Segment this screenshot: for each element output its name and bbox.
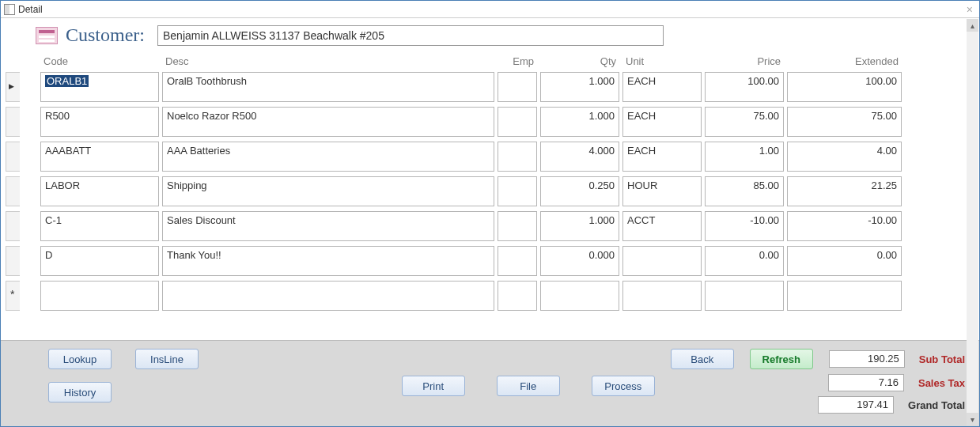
- salestax-value: 7.16: [828, 374, 904, 391]
- window-title: Detail: [18, 4, 43, 15]
- close-icon[interactable]: ×: [963, 3, 976, 16]
- cell-extended[interactable]: [787, 281, 902, 311]
- cell-code[interactable]: R500: [40, 107, 159, 137]
- scroll-up-icon[interactable]: ▴: [967, 19, 978, 32]
- row-gap: [23, 176, 37, 206]
- cell-emp[interactable]: [498, 142, 537, 172]
- cell-code[interactable]: ORALB1: [40, 72, 159, 102]
- cell-desc[interactable]: Thank You!!: [162, 246, 494, 276]
- cell-emp[interactable]: [498, 246, 537, 276]
- cell-extended[interactable]: 100.00: [787, 72, 902, 102]
- row-selector[interactable]: [6, 72, 20, 102]
- cell-code[interactable]: AAABATT: [40, 142, 159, 172]
- cell-unit[interactable]: [622, 281, 702, 311]
- row-selector[interactable]: [6, 176, 20, 206]
- cell-price[interactable]: 0.00: [705, 246, 784, 276]
- cell-unit[interactable]: [622, 246, 702, 276]
- col-qty: Qty: [540, 52, 619, 72]
- subtotal-value: 190.25: [829, 350, 905, 368]
- cell-price[interactable]: 85.00: [705, 176, 784, 206]
- cell-unit[interactable]: EACH: [622, 72, 702, 102]
- insline-button[interactable]: InsLine: [135, 349, 199, 369]
- cell-price[interactable]: -10.00: [705, 211, 784, 241]
- refresh-button[interactable]: Refresh: [750, 349, 813, 369]
- row-selector[interactable]: [6, 142, 20, 172]
- vertical-scrollbar[interactable]: ▴ ▾: [967, 19, 978, 425]
- cell-extended[interactable]: 4.00: [787, 142, 902, 172]
- back-button[interactable]: Back: [671, 349, 734, 369]
- cell-unit[interactable]: ACCT: [622, 211, 702, 241]
- cell-qty[interactable]: 1.000: [540, 107, 619, 137]
- grandtotal-value: 197.41: [818, 396, 894, 414]
- gap-header: [23, 52, 37, 71]
- row-gap: [23, 281, 37, 311]
- cell-price[interactable]: 100.00: [705, 72, 784, 102]
- cell-unit[interactable]: EACH: [622, 142, 702, 172]
- row-gap: [23, 246, 37, 276]
- row-selector[interactable]: [6, 281, 20, 311]
- detail-window: Detail × ▴ ▾ Customer: Benjamin ALLWEISS…: [0, 0, 980, 427]
- cell-extended[interactable]: 0.00: [787, 246, 902, 276]
- title-bar: Detail ×: [1, 1, 979, 18]
- print-button[interactable]: Print: [402, 376, 465, 396]
- cell-code-text: ORALB1: [45, 75, 89, 87]
- grandtotal-label: Grand Total: [903, 399, 965, 411]
- file-button[interactable]: File: [497, 376, 560, 396]
- cell-extended[interactable]: -10.00: [787, 211, 902, 241]
- col-extended: Extended: [787, 52, 902, 72]
- cell-desc[interactable]: Shipping: [162, 176, 494, 206]
- cell-code[interactable]: LABOR: [40, 176, 159, 206]
- row-selector[interactable]: [6, 211, 20, 241]
- col-price: Price: [705, 52, 784, 72]
- col-emp: Emp: [498, 52, 537, 72]
- customer-form-icon: [36, 27, 58, 44]
- lookup-button[interactable]: Lookup: [48, 349, 112, 369]
- cell-desc[interactable]: Sales Discount: [162, 211, 494, 241]
- cell-desc[interactable]: Noelco Razor R500: [162, 107, 494, 137]
- row-selector[interactable]: [6, 107, 20, 137]
- customer-value: Benjamin ALLWEISS 31137 Beachwalk #205: [163, 29, 384, 42]
- row-selector[interactable]: [6, 246, 20, 276]
- form-window-icon: [4, 4, 15, 15]
- cell-qty[interactable]: 4.000: [540, 142, 619, 172]
- customer-field[interactable]: Benjamin ALLWEISS 31137 Beachwalk #205: [157, 25, 664, 46]
- header-area: Customer: Benjamin ALLWEISS 31137 Beachw…: [1, 18, 979, 52]
- cell-qty[interactable]: 1.000: [540, 211, 619, 241]
- cell-qty[interactable]: [540, 281, 619, 311]
- scroll-down-icon[interactable]: ▾: [967, 413, 978, 425]
- salestax-label: Sales Tax: [914, 377, 965, 389]
- cell-qty[interactable]: 0.250: [540, 176, 619, 206]
- cell-price[interactable]: [705, 281, 784, 311]
- cell-unit[interactable]: EACH: [622, 107, 702, 137]
- cell-extended[interactable]: 21.25: [787, 176, 902, 206]
- process-button[interactable]: Process: [592, 376, 655, 396]
- cell-emp[interactable]: [498, 107, 537, 137]
- cell-emp[interactable]: [498, 281, 537, 311]
- cell-code[interactable]: [40, 281, 159, 311]
- row-gap: [23, 107, 37, 137]
- cell-emp[interactable]: [498, 176, 537, 206]
- cell-price[interactable]: 1.00: [705, 142, 784, 172]
- cell-qty[interactable]: 1.000: [540, 72, 619, 102]
- cell-desc[interactable]: [162, 281, 494, 311]
- cell-extended[interactable]: 75.00: [787, 107, 902, 137]
- row-gap: [23, 211, 37, 241]
- cell-code[interactable]: C-1: [40, 211, 159, 241]
- col-desc: Desc: [162, 52, 494, 72]
- line-items-grid: CodeDescEmpQtyUnitPriceExtendedORALB1Ora…: [1, 52, 979, 316]
- subtotal-label: Sub Total: [914, 353, 965, 365]
- cell-unit[interactable]: HOUR: [622, 176, 702, 206]
- cell-emp[interactable]: [498, 72, 537, 102]
- row-gap: [23, 142, 37, 172]
- cell-desc[interactable]: OralB Toothbrush: [162, 72, 494, 102]
- cell-code[interactable]: D: [40, 246, 159, 276]
- cell-price[interactable]: 75.00: [705, 107, 784, 137]
- cell-qty[interactable]: 0.000: [540, 246, 619, 276]
- history-button[interactable]: History: [48, 382, 112, 402]
- cell-desc[interactable]: AAA Batteries: [162, 142, 494, 172]
- col-unit: Unit: [622, 52, 702, 72]
- rowsel-header: [6, 52, 20, 71]
- customer-label: Customer:: [66, 25, 145, 46]
- col-code: Code: [40, 52, 159, 72]
- cell-emp[interactable]: [498, 211, 537, 241]
